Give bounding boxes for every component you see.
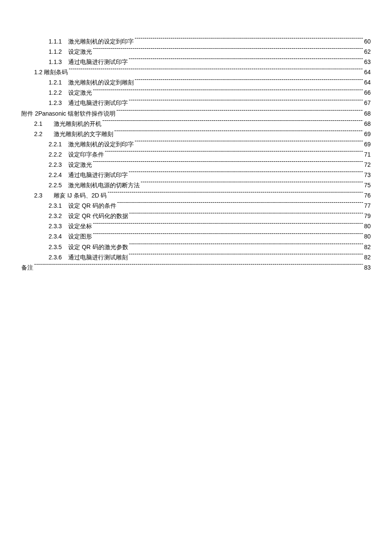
toc-entry-label: 激光雕刻机电源的切断方法 xyxy=(68,180,141,190)
toc-entry: 2.2.1激光雕刻机的设定到印字69 xyxy=(21,139,371,149)
toc-entry-page: 77 xyxy=(363,200,371,211)
toc-entry-label: 设定坐标 xyxy=(68,221,93,231)
toc-entry-label: 设定激光 xyxy=(68,160,93,170)
toc-leader xyxy=(135,38,363,44)
toc-entry-page: 82 xyxy=(363,242,371,252)
toc-entry-page: 79 xyxy=(363,211,371,221)
toc-entry-number: 2.2.3 xyxy=(49,160,68,170)
toc-entry-number: 1.1.1 xyxy=(49,36,68,46)
toc-entry-label: 设定 QR 代码化的数据 xyxy=(68,211,129,221)
toc-entry: 2.2激光雕刻机的文字雕刻69 xyxy=(21,129,371,139)
toc-entry: 2.3雕亥 IJ 条码、2D 码76 xyxy=(21,190,371,200)
toc-entry-page: 76 xyxy=(363,190,371,200)
toc-entry: 2.2.2设定印字条件71 xyxy=(21,149,371,160)
toc-leader xyxy=(102,120,363,126)
toc-entry-number: 2.3.1 xyxy=(49,200,68,211)
toc-entry: 1.1.1激光雕刻机的设定到印字60 xyxy=(21,36,371,46)
toc-entry-label: 1.2 雕刻条码 xyxy=(34,67,69,77)
toc-entry-label: 附件 2Panasonic 镭射软件操作说明 xyxy=(21,108,116,119)
toc-entry-label: 激光雕刻机的设定到雕刻 xyxy=(68,77,135,87)
toc-leader xyxy=(34,264,363,270)
toc-entry-label: 通过电脑进行测试雕刻 xyxy=(68,252,129,262)
toc-leader xyxy=(107,192,363,198)
toc-entry: 2.3.1设定 QR 码的条件77 xyxy=(21,200,371,211)
toc-entry-number: 2.2.2 xyxy=(49,149,68,160)
toc-entry-number: 2.3.4 xyxy=(49,231,68,241)
toc-leader xyxy=(129,171,363,177)
toc-leader xyxy=(129,253,363,259)
toc-leader xyxy=(69,68,363,74)
toc-entry-label: 设定印字条件 xyxy=(68,149,105,160)
toc-entry-page: 73 xyxy=(363,170,371,180)
toc-leader xyxy=(141,181,363,187)
toc-entry-page: 80 xyxy=(363,221,371,231)
toc-entry-page: 72 xyxy=(363,160,371,170)
toc-entry-page: 83 xyxy=(363,262,371,273)
toc-entry: 2.3.6通过电脑进行测试雕刻82 xyxy=(21,252,371,262)
toc-leader xyxy=(93,232,363,238)
toc-entry-label: 备注 xyxy=(21,262,34,273)
toc-entry-label: 雕亥 IJ 条码、2D 码 xyxy=(54,190,107,200)
toc-entry: 2.2.3设定激光72 xyxy=(21,160,371,170)
toc-entry-number: 1.2.2 xyxy=(49,87,68,98)
toc-leader xyxy=(135,78,363,84)
toc-entry-label: 设定 QR 码的条件 xyxy=(68,200,117,211)
toc-entry-label: 设定图形 xyxy=(68,231,93,241)
toc-entry: 2.2.4通过电脑进行测试印字73 xyxy=(21,170,371,180)
toc-entry-page: 71 xyxy=(363,149,371,160)
toc-leader xyxy=(93,89,363,95)
toc-entry-number: 2.2 xyxy=(34,129,54,139)
toc-leader xyxy=(116,110,363,116)
toc-entry-number: 1.1.2 xyxy=(49,46,68,57)
toc-entry: 1.2 雕刻条码64 xyxy=(21,67,371,77)
toc-entry-page: 66 xyxy=(363,87,371,98)
toc-entry-number: 1.2.1 xyxy=(49,77,68,87)
toc-entry-number: 2.1 xyxy=(34,119,54,129)
toc-entry: 1.2.3通过电脑进行测试印字67 xyxy=(21,98,371,108)
toc-entry: 附件 2Panasonic 镭射软件操作说明68 xyxy=(21,108,371,119)
toc-entry-label: 通过电脑进行测试印字 xyxy=(68,98,129,108)
toc-entry-page: 75 xyxy=(363,180,371,190)
toc-entry: 2.3.4设定图形80 xyxy=(21,231,371,241)
toc-entry-number: 2.3 xyxy=(34,190,54,200)
toc-entry: 1.2.2设定激光66 xyxy=(21,87,371,98)
toc-entry-page: 63 xyxy=(363,57,371,67)
toc-entry-page: 67 xyxy=(363,98,371,108)
toc-entry-page: 82 xyxy=(363,252,371,262)
toc-leader xyxy=(117,202,363,208)
toc-leader xyxy=(93,161,363,167)
toc-entry-label: 激光雕刻机的文字雕刻 xyxy=(54,129,114,139)
toc-entry-number: 2.2.1 xyxy=(49,139,68,149)
toc-entry-number: 1.1.3 xyxy=(49,57,68,67)
toc-entry-page: 69 xyxy=(363,139,371,149)
toc-entry-page: 60 xyxy=(363,36,371,46)
table-of-contents: 1.1.1激光雕刻机的设定到印字601.1.2设定激光621.1.3通过电脑进行… xyxy=(21,36,371,273)
toc-leader xyxy=(105,151,363,157)
toc-entry: 1.1.3通过电脑进行测试印字63 xyxy=(21,57,371,67)
toc-leader xyxy=(93,222,363,228)
toc-entry-number: 2.2.5 xyxy=(49,180,68,190)
toc-entry: 2.1激光雕刻机的开机68 xyxy=(21,119,371,129)
toc-entry: 2.3.5设定 QR 码的激光参数82 xyxy=(21,242,371,252)
toc-entry-number: 2.3.6 xyxy=(49,252,68,262)
toc-leader xyxy=(129,243,363,249)
toc-entry-number: 2.3.5 xyxy=(49,242,68,252)
toc-entry-page: 62 xyxy=(363,46,371,57)
toc-entry-number: 2.2.4 xyxy=(49,170,68,180)
toc-entry-label: 激光雕刻机的设定到印字 xyxy=(68,36,135,46)
toc-entry-page: 68 xyxy=(363,108,371,119)
toc-leader xyxy=(93,48,363,54)
toc-entry-label: 通过电脑进行测试印字 xyxy=(68,170,129,180)
toc-entry-label: 激光雕刻机的开机 xyxy=(54,119,102,129)
toc-entry: 2.2.5激光雕刻机电源的切断方法75 xyxy=(21,180,371,190)
toc-leader xyxy=(129,99,363,105)
toc-entry: 2.3.2设定 QR 代码化的数据79 xyxy=(21,211,371,221)
toc-entry-number: 2.3.2 xyxy=(49,211,68,221)
toc-leader xyxy=(114,130,363,136)
toc-entry: 1.2.1激光雕刻机的设定到雕刻64 xyxy=(21,77,371,87)
toc-entry-page: 69 xyxy=(363,129,371,139)
toc-entry-label: 通过电脑进行测试印字 xyxy=(68,57,129,67)
toc-leader xyxy=(129,58,363,64)
toc-entry-page: 80 xyxy=(363,231,371,241)
toc-leader xyxy=(129,212,363,218)
